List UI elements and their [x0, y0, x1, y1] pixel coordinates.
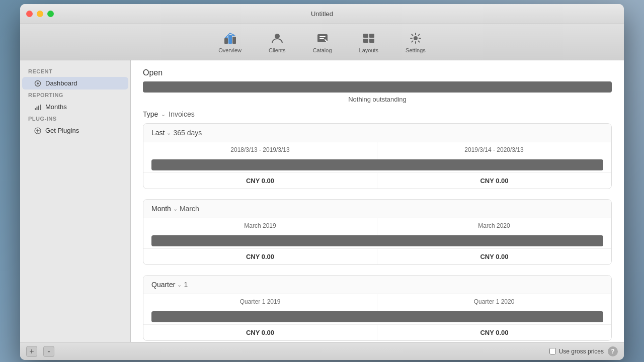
svg-rect-2	[232, 37, 236, 44]
sidebar-section-reporting: REPORTING	[20, 90, 130, 100]
sidebar-section-recent: RECENT	[20, 66, 130, 76]
quarter-grid: Quarter 1 2019 Quarter 1 2020 CNY 0.00 C…	[143, 294, 611, 340]
quarter-col2-date-cell: Quarter 1 2020	[377, 294, 611, 311]
svg-point-12	[414, 36, 418, 40]
gross-prices-checkbox[interactable]	[549, 348, 556, 354]
month-col1-date: March 2019	[151, 222, 369, 231]
toolbar-item-settings[interactable]: Settings	[399, 28, 432, 56]
clients-icon	[270, 31, 284, 45]
last-section-header: Last ⌄ 365 days	[143, 124, 611, 142]
last-value: 365 days	[173, 129, 202, 137]
help-icon: ?	[611, 348, 614, 355]
type-row: Type ⌄ Invoices	[143, 110, 612, 118]
month-col2-date-cell: March 2020	[377, 218, 611, 235]
last-bar-row	[143, 159, 611, 172]
last-col2-date: 2019/3/14 - 2020/3/13	[385, 146, 603, 155]
toolbar-label-layouts: Layouts	[359, 47, 379, 53]
help-button[interactable]: ?	[608, 346, 618, 356]
last-section: Last ⌄ 365 days 2018/3/13 - 2019/3/13 20…	[143, 123, 612, 189]
bottom-bar: + - Use gross prices ?	[20, 342, 624, 360]
remove-button[interactable]: -	[43, 346, 54, 357]
svg-rect-6	[319, 36, 326, 37]
sidebar-item-get-plugins[interactable]: Get Plugins	[22, 124, 128, 137]
month-grid: March 2019 March 2020 CNY 0.00 CNY 0.00	[143, 218, 611, 264]
remove-icon: -	[47, 347, 50, 355]
add-icon: +	[29, 347, 34, 355]
month-label: Month	[151, 205, 171, 213]
month-col1-date-cell: March 2019	[143, 218, 377, 235]
toolbar-label-clients: Clients	[269, 47, 286, 53]
add-button[interactable]: +	[26, 346, 37, 357]
quarter-col2-amount: CNY 0.00	[385, 329, 603, 336]
month-chevron-icon[interactable]: ⌄	[173, 206, 178, 212]
quarter-col1-amount-cell: CNY 0.00	[143, 324, 377, 340]
last-row-label: Last ⌄ 365 days	[151, 129, 603, 137]
sidebar-item-months[interactable]: Months	[22, 101, 128, 113]
type-chevron-icon[interactable]: ⌄	[161, 111, 166, 118]
toolbar-item-catalog[interactable]: Catalog	[307, 28, 338, 56]
quarter-section: Quarter ⌄ 1 Quarter 1 2019 Quarter 1 202…	[143, 275, 612, 341]
close-button[interactable]	[26, 11, 33, 17]
bottom-right-controls: Use gross prices ?	[549, 346, 618, 356]
layouts-icon	[362, 31, 376, 45]
app-window: Untitled Overview Clien	[20, 4, 624, 360]
open-section: Open Nothing outstanding	[143, 68, 612, 106]
toolbar: Overview Clients Catalog	[20, 24, 624, 60]
last-col1-date: 2018/3/13 - 2019/3/13	[151, 146, 369, 155]
month-col2-date: March 2020	[385, 222, 603, 231]
settings-icon	[409, 31, 423, 45]
last-bar	[151, 159, 603, 170]
month-col1-amount: CNY 0.00	[151, 253, 369, 260]
last-grid: 2018/3/13 - 2019/3/13 2019/3/14 - 2020/3…	[143, 142, 611, 189]
quarter-col1-date-cell: Quarter 1 2019	[143, 294, 377, 311]
month-section-header: Month ⌄ March	[143, 200, 611, 218]
last-chevron-icon[interactable]: ⌄	[167, 130, 171, 136]
quarter-bar	[151, 311, 603, 322]
content-area: Open Nothing outstanding Type ⌄ Invoices…	[131, 60, 624, 342]
svg-rect-10	[363, 39, 368, 43]
svg-rect-11	[369, 39, 374, 43]
minimize-button[interactable]	[37, 11, 43, 17]
last-col2-amount-cell: CNY 0.00	[377, 172, 611, 189]
month-bar	[151, 235, 603, 246]
sidebar-item-dashboard[interactable]: Dashboard	[22, 77, 128, 89]
svg-rect-7	[319, 38, 324, 39]
svg-rect-9	[369, 34, 374, 38]
catalog-icon	[315, 31, 330, 45]
quarter-chevron-icon[interactable]: ⌄	[177, 282, 182, 288]
open-progress-bar	[143, 81, 612, 93]
nothing-outstanding-text: Nothing outstanding	[143, 93, 612, 106]
dashboard-icon	[34, 80, 41, 87]
quarter-bar-row	[143, 311, 611, 324]
svg-rect-16	[37, 107, 38, 110]
month-col1-amount-cell: CNY 0.00	[143, 248, 377, 264]
month-section: Month ⌄ March March 2019 March 2020	[143, 199, 612, 265]
last-col1-amount-cell: CNY 0.00	[143, 172, 377, 189]
svg-rect-15	[35, 108, 36, 110]
maximize-button[interactable]	[47, 11, 54, 17]
toolbar-item-overview[interactable]: Overview	[212, 28, 248, 56]
quarter-section-header: Quarter ⌄ 1	[143, 276, 611, 294]
toolbar-item-layouts[interactable]: Layouts	[353, 28, 385, 56]
toolbar-label-settings: Settings	[406, 47, 426, 53]
gross-prices-label[interactable]: Use gross prices	[549, 348, 604, 355]
sidebar: RECENT Dashboard REPORTING	[20, 60, 131, 342]
toolbar-item-clients[interactable]: Clients	[263, 28, 292, 56]
quarter-row-label: Quarter ⌄ 1	[151, 281, 603, 289]
quarter-col2-amount-cell: CNY 0.00	[377, 324, 611, 340]
quarter-value: 1	[184, 281, 188, 289]
sidebar-label-dashboard: Dashboard	[45, 79, 77, 87]
month-value: March	[180, 205, 199, 213]
quarter-col1-date: Quarter 1 2019	[151, 298, 369, 307]
get-plugins-icon	[34, 127, 41, 134]
window-title: Untitled	[311, 10, 333, 18]
gross-prices-text: Use gross prices	[559, 348, 604, 355]
overview-icon	[223, 31, 237, 45]
last-col2-date-cell: 2019/3/14 - 2020/3/13	[377, 142, 611, 159]
toolbar-label-catalog: Catalog	[313, 47, 332, 53]
type-label: Type	[143, 110, 158, 118]
svg-point-14	[37, 82, 39, 84]
month-col2-amount-cell: CNY 0.00	[377, 248, 611, 264]
svg-rect-0	[224, 38, 228, 44]
sidebar-label-months: Months	[45, 103, 67, 111]
